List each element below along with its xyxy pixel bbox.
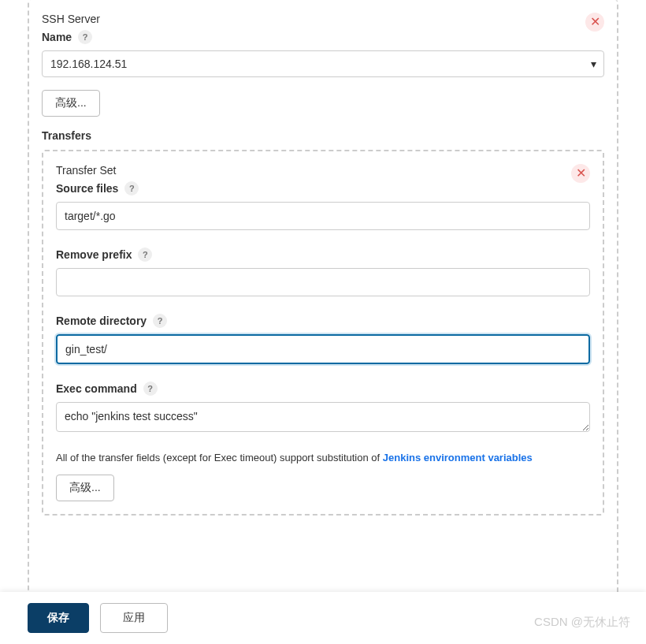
footer-bar: 保存 应用 (0, 592, 646, 644)
close-icon: ✕ (576, 167, 586, 180)
server-name-select[interactable]: 192.168.124.51 (42, 50, 604, 77)
transfer-hint: All of the transfer fields (except for E… (56, 452, 590, 463)
name-label: Name (42, 31, 72, 43)
remote-directory-input[interactable] (56, 334, 590, 364)
env-vars-link[interactable]: Jenkins environment variables (383, 452, 533, 463)
help-icon[interactable]: ? (78, 30, 92, 44)
ssh-server-header: SSH Server (42, 13, 100, 25)
help-icon[interactable]: ? (143, 382, 158, 396)
advanced-server-button[interactable]: 高级... (42, 90, 100, 117)
remove-server-button[interactable]: ✕ (585, 13, 604, 32)
help-icon[interactable]: ? (124, 181, 139, 195)
transfers-title: Transfers (42, 129, 604, 142)
remote-directory-label: Remote directory (56, 315, 147, 327)
exec-command-label: Exec command (56, 382, 137, 395)
apply-button[interactable]: 应用 (100, 603, 168, 633)
help-icon[interactable]: ? (138, 248, 152, 262)
close-icon: ✕ (590, 16, 600, 28)
advanced-transfer-button[interactable]: 高级... (56, 475, 114, 501)
remove-prefix-label: Remove prefix (56, 248, 132, 261)
source-files-input[interactable] (56, 202, 590, 230)
save-button[interactable]: 保存 (28, 603, 89, 633)
remove-transfer-button[interactable]: ✕ (571, 164, 590, 183)
transfer-set-panel: Transfer Set Source files ? ✕ Remove pre… (42, 150, 604, 516)
exec-command-input[interactable] (56, 402, 590, 432)
transfer-set-header: Transfer Set (56, 164, 139, 177)
ssh-server-panel: SSH Server Name ? ✕ 192.168.124.51 ▾ 高级.… (28, 0, 618, 603)
remove-prefix-input[interactable] (56, 268, 590, 296)
help-icon[interactable]: ? (153, 314, 167, 328)
source-files-label: Source files (56, 182, 118, 195)
